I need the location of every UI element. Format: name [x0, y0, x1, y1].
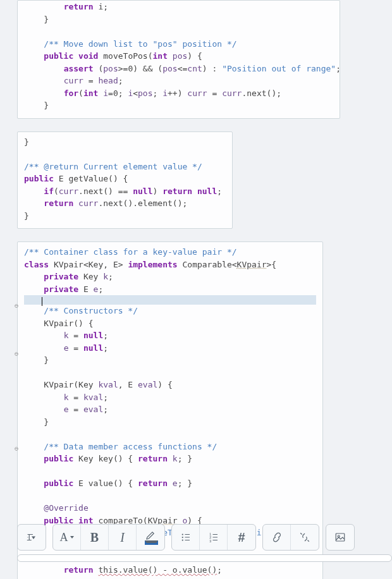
numbered-list-button[interactable]: 123 — [200, 525, 228, 550]
pencil-icon — [145, 530, 156, 541]
media-group — [326, 524, 355, 551]
fold-marker-3[interactable]: ⊖ — [15, 444, 18, 454]
svg-point-2 — [181, 539, 183, 540]
code-block-2: } /** @return Current element value */ p… — [17, 131, 233, 229]
text-cursor — [42, 297, 42, 306]
fold-marker-1[interactable]: ⊖ — [15, 302, 18, 311]
code-content-3a: /** Container class for a key-value pair… — [24, 246, 316, 295]
italic-button[interactable]: I — [109, 525, 137, 550]
cursor-line[interactable] — [24, 295, 316, 305]
hash-button[interactable]: # — [228, 525, 255, 550]
image-button[interactable] — [326, 525, 354, 550]
svg-text:3: 3 — [209, 539, 211, 543]
code-block-1: return i; } /** Move down list to "pos" … — [17, 0, 340, 119]
editor-input-area[interactable] — [17, 554, 392, 562]
link-button[interactable] — [263, 525, 291, 550]
bullet-list-button[interactable] — [172, 525, 200, 550]
code-content-2: } /** @return Current element value */ p… — [24, 136, 226, 222]
unlink-icon — [299, 532, 310, 543]
svg-rect-14 — [336, 533, 345, 541]
toolbar-row: A B I 123 # — [17, 524, 392, 551]
unlink-button[interactable] — [291, 525, 319, 550]
link-group — [262, 524, 319, 551]
numbered-list-icon: 123 — [208, 532, 219, 543]
bold-button[interactable]: B — [81, 525, 109, 550]
svg-point-1 — [181, 537, 183, 538]
font-style-group: A B I — [52, 524, 165, 551]
fold-marker-2[interactable]: ⊖ — [15, 350, 18, 359]
paragraph-icon — [26, 532, 37, 543]
code-content-1: return i; } /** Move down list to "pos" … — [24, 1, 333, 112]
link-icon — [271, 532, 283, 543]
text-color-button[interactable] — [137, 525, 164, 550]
editor-toolbar: A B I 123 # — [17, 524, 392, 562]
svg-point-0 — [181, 533, 183, 535]
bullet-list-icon — [180, 532, 192, 543]
list-group: 123 # — [171, 524, 256, 551]
font-a-label: A — [60, 529, 68, 546]
paragraph-group — [17, 524, 46, 551]
paragraph-button[interactable] — [18, 525, 46, 550]
svg-line-12 — [300, 533, 302, 534]
image-icon — [334, 532, 346, 543]
font-family-button[interactable]: A — [53, 525, 81, 550]
svg-line-13 — [308, 540, 309, 542]
